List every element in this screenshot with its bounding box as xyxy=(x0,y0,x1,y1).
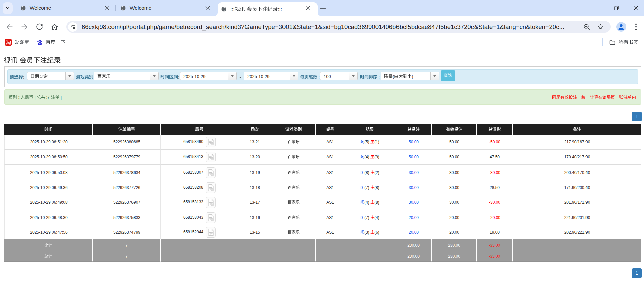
svg-text:du: du xyxy=(39,43,41,45)
